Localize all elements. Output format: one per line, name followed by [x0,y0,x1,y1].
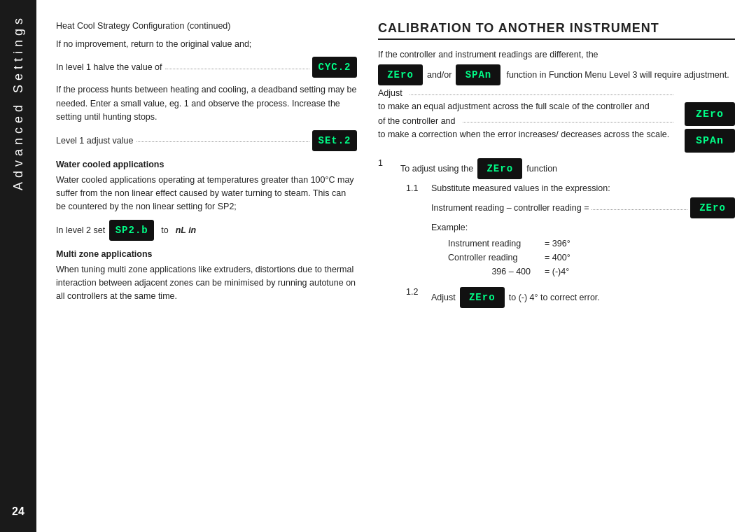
function-text: function in Function Menu Level 3 will r… [506,70,729,80]
calibration-word: Calibration [378,21,472,35]
level2-to: to [161,225,168,235]
dotted-spacer-expr [592,209,687,210]
sidebar-title: Advanced Settings [11,14,26,190]
step1-suffix: function [526,164,557,174]
step1-text: To adjust using the [400,164,473,174]
main-content: Heat Cool Strategy Configuration (contin… [36,0,756,532]
step12-num: 1.2 [406,287,426,308]
adjust-badges: ZEro SPAn [685,88,735,153]
inst-label: Instrument reading [448,237,539,251]
multi-heading: Multi zone applications [56,249,357,259]
level2-nlin: nL in [176,225,197,235]
adjust-label: Adjust [378,88,402,98]
step1-item: 1 To adjust using the ZEro function 1.1 … [378,158,735,312]
step12-item: 1.2 Adjust ZEro to (-) 4° to correct err… [406,287,735,308]
span-badge-intro: SPAn [456,64,500,85]
expression-text: Instrument reading – controller reading … [431,203,589,213]
left-column: Heat Cool Strategy Configuration (contin… [56,21,357,518]
heading-rest: To Another Instrument [476,21,659,35]
zero-badge-step1: ZEro [477,158,522,179]
adjust-section: Adjust to make an equal adjustment acros… [378,88,735,153]
para1: If no improvement, return to the origina… [56,38,357,51]
step11-item: 1.1 Substitute measured values in the ex… [406,183,735,283]
zero-badge-expr: ZEro [690,197,735,218]
level1-row: In level 1 halve the value of CYC.2 [56,57,357,78]
dotted-spacer-1 [165,69,310,69]
ctrl-row: Controller reading = 400° [448,251,735,265]
example-label: Example: [431,223,735,232]
calc-eq: = (-)4° [545,265,569,279]
dotted-spacer-ctrl [463,122,674,122]
sidebar: Advanced Settings 24 [0,0,36,532]
level1-adjust-row: Level 1 adjust value SEt.2 [56,130,357,151]
set2-badge: SEt.2 [312,130,357,151]
step12-content: Adjust ZEro to (-) 4° to correct error. [431,287,735,308]
adjust-line2: to make a correction when the error incr… [378,128,676,141]
right-column: Calibration To Another Instrument If the… [378,21,735,518]
andor-text: and/or [427,70,451,80]
level1-adjust-text: Level 1 adjust value [56,136,134,146]
inst-eq: = 396° [545,237,570,251]
zero-badge-intro: ZEro [378,64,423,85]
intro-text: If the controller and instrument reading… [378,48,735,62]
step12-suffix: to (-) 4° to correct error. [509,293,600,302]
right-heading: Calibration To Another Instrument [378,21,735,40]
left-heading: Heat Cool Strategy Configuration (contin… [56,21,357,31]
inst-row: Instrument reading = 396° [448,237,735,251]
adjust-text-block: Adjust to make an equal adjustment acros… [378,88,676,153]
zero-badge-right: ZEro [685,102,735,126]
level2-row: In level 2 set SP2.b to nL in [56,220,357,241]
level1-text: In level 1 halve the value of [56,62,162,72]
multi-para: When tuning multi zone applications like… [56,263,357,304]
page-number: 24 [12,505,24,518]
span-badge-right: SPAn [685,129,735,153]
zero-badge-step12: ZEro [460,287,505,308]
step1-num: 1 [378,158,395,312]
badge-row-intro: ZEro and/or SPAn function in Function Me… [378,64,735,85]
sp2b-badge: SP2.b [109,220,154,241]
example-block: Instrument reading = 396° Controller rea… [448,237,735,279]
step1-content: To adjust using the ZEro function 1.1 Su… [400,158,735,312]
level2-text: In level 2 set [56,225,105,235]
step11-text: Substitute measured values in the expres… [431,183,735,193]
step11-content: Substitute measured values in the expres… [431,183,735,283]
calc-row: 396 – 400 = (-)4° [448,265,735,279]
para2: If the process hunts between heating and… [56,83,357,124]
step11-num: 1.1 [406,183,426,283]
ctrl-eq: = 400° [545,251,570,265]
cyc2-badge: CYC.2 [312,57,357,78]
water-para: Water cooled applications operating at t… [56,174,357,214]
ctrl-label: Controller reading [448,251,539,265]
calc-left: 396 – 400 [448,265,539,279]
adjust-line1: to make an equal adjustment across the f… [378,100,676,113]
dotted-spacer-adjust [410,94,673,95]
expression-row: Instrument reading – controller reading … [431,197,735,218]
of-controller-text: of the controller and [378,116,456,126]
step12-text: Adjust [431,293,456,302]
dotted-spacer-2 [136,141,310,142]
water-heading: Water cooled applications [56,160,357,169]
